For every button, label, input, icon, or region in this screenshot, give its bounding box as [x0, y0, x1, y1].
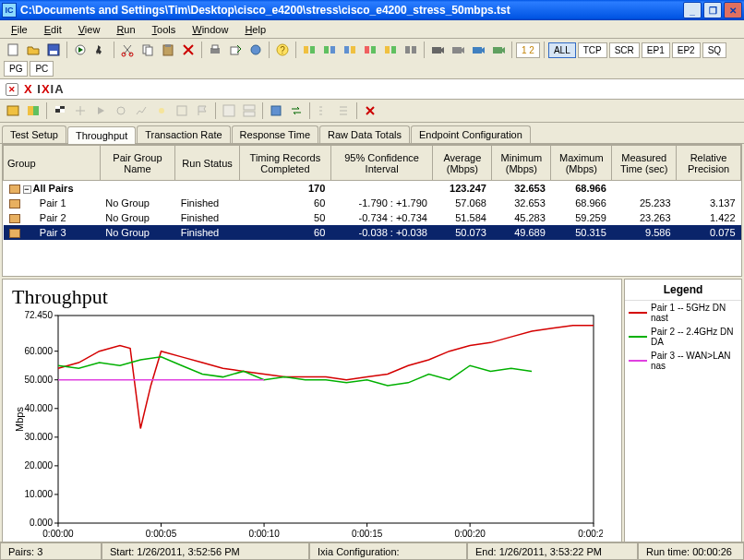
- app-icon: IC: [2, 3, 17, 18]
- filter-scr[interactable]: SCR: [609, 42, 640, 58]
- filter-onetwo[interactable]: 1 2: [516, 42, 540, 58]
- tab-transaction-rate[interactable]: Transaction Rate: [137, 125, 230, 143]
- open-file-icon[interactable]: [24, 41, 42, 59]
- data-grid[interactable]: Group Pair Group Name Run Status Timing …: [2, 144, 742, 277]
- svg-point-39: [159, 108, 164, 113]
- print-icon[interactable]: [206, 41, 224, 59]
- menu-edit[interactable]: Edit: [37, 22, 69, 37]
- tb2-play-icon[interactable]: [91, 101, 110, 120]
- pair-icon-1[interactable]: [300, 41, 318, 59]
- tb2-view2-icon[interactable]: [240, 101, 258, 120]
- legend-item[interactable]: Pair 1 -- 5GHz DN nast: [625, 301, 741, 325]
- svg-text:Mbps: Mbps: [14, 407, 25, 432]
- close-panel-icon[interactable]: ✕: [6, 83, 18, 96]
- tb2-swap-icon[interactable]: [287, 101, 306, 120]
- delete-icon[interactable]: [179, 41, 198, 59]
- filter-pg[interactable]: PG: [4, 61, 28, 77]
- col-time[interactable]: Measured Time (sec): [612, 146, 677, 181]
- menu-file[interactable]: File: [4, 22, 35, 37]
- camera-icon-4[interactable]: [489, 41, 508, 59]
- menu-view[interactable]: View: [71, 22, 108, 37]
- close-button[interactable]: ✕: [724, 2, 742, 18]
- paste-icon[interactable]: [159, 41, 177, 59]
- camera-icon-1[interactable]: [428, 41, 447, 59]
- svg-rect-34: [33, 106, 39, 115]
- menu-window[interactable]: Window: [185, 22, 235, 37]
- svg-rect-30: [473, 47, 482, 54]
- tb2-server-icon[interactable]: [267, 101, 285, 120]
- maximize-button[interactable]: ❐: [703, 2, 722, 18]
- camera-icon-3[interactable]: [469, 41, 487, 59]
- pair-icon-3[interactable]: [341, 41, 359, 59]
- export-icon[interactable]: [226, 41, 245, 59]
- toolbar-main: ? 1 2 ALL TCP SCR EP1 EP2 SQ PG PC: [0, 39, 744, 79]
- help-icon[interactable]: ?: [273, 41, 292, 59]
- legend-item[interactable]: Pair 2 -- 2.4GHz DN DA: [625, 325, 741, 349]
- menu-run[interactable]: Run: [109, 22, 142, 37]
- menu-tools[interactable]: Tools: [145, 22, 184, 37]
- cut-icon[interactable]: [118, 41, 137, 59]
- tb2-tree-icon[interactable]: [314, 101, 332, 120]
- filter-ep1[interactable]: EP1: [642, 42, 670, 58]
- col-max[interactable]: Maximum (Mbps): [551, 146, 612, 181]
- pair-icon-4[interactable]: [361, 41, 379, 59]
- table-row[interactable]: Pair 2 No GroupFinished 50 -0.734 : +0.7…: [4, 210, 741, 225]
- col-min[interactable]: Minimum (Mbps): [492, 146, 551, 181]
- pair-icon-5[interactable]: [381, 41, 400, 59]
- filter-pc[interactable]: PC: [30, 61, 54, 77]
- col-recs[interactable]: Timing Records Completed: [239, 146, 330, 181]
- col-status[interactable]: Run Status: [175, 146, 240, 181]
- legend-item[interactable]: Pair 3 -- WAN>LAN nas: [625, 349, 741, 373]
- tb2-view1-icon[interactable]: [220, 101, 238, 120]
- runner-icon[interactable]: [91, 41, 110, 59]
- filter-all[interactable]: ALL: [548, 42, 576, 58]
- chart-title: Throughput: [12, 285, 612, 309]
- tb2-flag2-icon[interactable]: [193, 101, 211, 120]
- tb2-flag-icon[interactable]: [51, 101, 69, 120]
- tb2-collapse-icon[interactable]: [71, 101, 90, 120]
- tb2-gear-icon[interactable]: [112, 101, 130, 120]
- tb2-group-icon[interactable]: [4, 101, 22, 120]
- table-row[interactable]: Pair 1 No GroupFinished 60 -1.790 : +1.7…: [4, 196, 741, 210]
- new-file-icon[interactable]: [4, 41, 22, 59]
- legend-title: Legend: [625, 280, 741, 301]
- svg-point-13: [251, 45, 260, 54]
- pair-icon-2[interactable]: [320, 41, 339, 59]
- minimize-button[interactable]: _: [683, 2, 702, 18]
- tab-throughput[interactable]: Throughput: [67, 126, 136, 144]
- tb2-prop-icon[interactable]: [173, 101, 191, 120]
- menu-help[interactable]: Help: [237, 22, 273, 37]
- tab-raw-data-totals[interactable]: Raw Data Totals: [319, 125, 410, 143]
- tb2-tree2-icon[interactable]: [334, 101, 353, 120]
- folder-icon: [9, 229, 20, 238]
- col-prec[interactable]: Relative Precision: [677, 146, 741, 181]
- export-html-icon[interactable]: [246, 41, 265, 59]
- tb2-sun-icon[interactable]: [152, 101, 171, 120]
- filter-tcp[interactable]: TCP: [578, 42, 607, 58]
- tb2-chart-icon[interactable]: [132, 101, 150, 120]
- tab-test-setup[interactable]: Test Setup: [2, 125, 66, 143]
- svg-rect-44: [271, 106, 281, 115]
- svg-rect-0: [8, 44, 18, 55]
- legend-line-icon: [629, 336, 647, 338]
- table-row[interactable]: Pair 3 No GroupFinished 60 -0.038 : +0.0…: [4, 225, 741, 240]
- camera-icon-2[interactable]: [449, 41, 467, 59]
- save-icon[interactable]: [44, 41, 63, 59]
- table-row[interactable]: −All Pairs 170 123.247 32.653 68.966: [4, 181, 741, 197]
- filter-ep2[interactable]: EP2: [672, 42, 701, 58]
- svg-text:30.000: 30.000: [24, 432, 53, 442]
- run-icon[interactable]: [71, 41, 90, 59]
- copy-icon[interactable]: [138, 41, 157, 59]
- col-group[interactable]: Group: [4, 146, 101, 181]
- pair-icon-6[interactable]: [402, 41, 420, 59]
- filter-sq[interactable]: SQ: [702, 42, 726, 58]
- svg-rect-9: [165, 44, 171, 47]
- col-ci[interactable]: 95% Confidence Interval: [330, 146, 433, 181]
- tb2-group2-icon[interactable]: [24, 101, 42, 120]
- tab-response-time[interactable]: Response Time: [232, 125, 318, 143]
- tab-endpoint-config[interactable]: Endpoint Configuration: [411, 125, 531, 143]
- tb2-close-icon[interactable]: [361, 101, 379, 120]
- col-pairgroup[interactable]: Pair Group Name: [100, 146, 174, 181]
- svg-rect-32: [7, 106, 18, 115]
- col-avg[interactable]: Average (Mbps): [433, 146, 492, 181]
